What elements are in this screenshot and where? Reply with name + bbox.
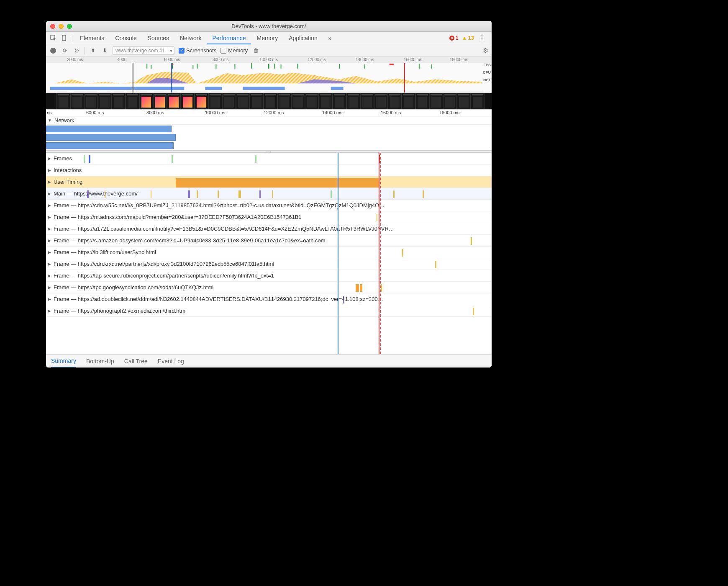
download-icon[interactable]: ⬇ xyxy=(101,47,108,54)
svg-rect-9 xyxy=(251,63,252,69)
frame-row[interactable]: ▶Frame — https://tpc.googlesyndication.c… xyxy=(46,282,492,293)
tab-bottom-up[interactable]: Bottom-Up xyxy=(86,358,114,365)
flame-chart[interactable]: ▶Frames ▶Interactions ▶User Timing ▶Main… xyxy=(46,153,492,354)
marker-blue xyxy=(338,153,338,354)
svg-rect-7 xyxy=(215,64,216,69)
network-bars[interactable] xyxy=(46,125,492,150)
overview-chart xyxy=(46,63,482,93)
overview-handle-left[interactable] xyxy=(132,63,134,93)
perf-toolbar: ⟳ ⊘ ⬆ ⬇ www.theverge.com #1 ✓Screenshots… xyxy=(46,44,492,57)
detail-ruler: ns 6000 ms 8000 ms 10000 ms 12000 ms 140… xyxy=(46,110,492,116)
tabs-more[interactable]: » xyxy=(323,32,337,44)
device-toggle-icon[interactable] xyxy=(59,33,69,43)
frame-row[interactable]: ▶Frame — https://ib.3lift.com/userSync.h… xyxy=(46,247,492,258)
svg-rect-12 xyxy=(281,64,282,69)
frame-row[interactable]: ▶Frame — https://s.amazon-adsystem.com/e… xyxy=(46,235,492,247)
frame-row[interactable]: ▶Frame — https://cdn.krxd.net/partnerjs/… xyxy=(46,258,492,270)
titlebar: DevTools - www.theverge.com/ xyxy=(46,21,492,32)
svg-rect-25 xyxy=(243,87,285,90)
bottom-tabs: Summary Bottom-Up Call Tree Event Log xyxy=(46,354,492,368)
filmstrip[interactable] xyxy=(46,93,492,110)
svg-rect-15 xyxy=(364,64,365,69)
network-section: ▼Network xyxy=(46,116,492,150)
tab-event-log[interactable]: Event Log xyxy=(158,358,184,365)
svg-rect-2 xyxy=(146,64,147,69)
svg-rect-14 xyxy=(339,64,340,69)
svg-rect-20 xyxy=(392,64,394,65)
overview-ruler: 2000 ms 4000 6000 ms 8000 ms 10000 ms 12… xyxy=(46,57,492,63)
frame-row[interactable]: ▶Frame — https://ad.doubleclick.net/ddm/… xyxy=(46,293,492,305)
maximize-icon[interactable] xyxy=(67,24,72,29)
svg-rect-10 xyxy=(268,64,269,69)
tab-elements[interactable]: Elements xyxy=(75,32,109,44)
svg-rect-26 xyxy=(331,87,343,90)
trash-icon[interactable]: 🗑 xyxy=(252,47,259,54)
reload-icon[interactable]: ⟳ xyxy=(61,47,69,54)
main-row[interactable]: ▶Main — https://www.theverge.com/ xyxy=(46,188,492,200)
tab-performance[interactable]: Performance xyxy=(207,32,251,44)
tab-console[interactable]: Console xyxy=(110,32,141,44)
frame-row[interactable]: ▶Frame — https://tap-secure.rubiconproje… xyxy=(46,270,492,282)
network-header[interactable]: ▼Network xyxy=(46,116,492,125)
interactions-row[interactable]: ▶Interactions xyxy=(46,164,492,176)
svg-rect-13 xyxy=(297,64,298,69)
clear-icon[interactable]: ⊘ xyxy=(73,47,80,54)
error-count[interactable]: ✕1 xyxy=(449,35,458,41)
svg-rect-5 xyxy=(192,65,193,69)
window-title: DevTools - www.theverge.com/ xyxy=(46,23,492,29)
svg-rect-8 xyxy=(234,64,235,69)
frame-row[interactable]: ▶Frame — https://phonograph2.voxmedia.co… xyxy=(46,305,492,317)
svg-rect-17 xyxy=(431,64,432,69)
marker-red xyxy=(379,153,379,354)
svg-rect-6 xyxy=(197,64,197,69)
disclosure-icon: ▼ xyxy=(48,118,52,123)
record-icon[interactable] xyxy=(49,47,57,54)
overview-right-labels: FPSCPUNET xyxy=(482,63,492,85)
tab-application[interactable]: Application xyxy=(284,32,323,44)
frame-row[interactable]: ▶Frame — https://cdn.w55c.net/i/s_0RB7U9… xyxy=(46,200,492,211)
devtools-tabs: Elements Console Sources Network Perform… xyxy=(46,32,492,44)
marker-red-dashed xyxy=(380,153,381,354)
tab-call-tree[interactable]: Call Tree xyxy=(124,358,148,365)
minimize-icon[interactable] xyxy=(59,24,64,29)
svg-rect-19 xyxy=(390,64,392,65)
frame-row[interactable]: ▶Frame — https://a1721.casalemedia.com/i… xyxy=(46,223,492,235)
inspect-icon[interactable] xyxy=(49,33,59,43)
svg-rect-23 xyxy=(50,87,184,90)
screenshots-checkbox[interactable]: ✓Screenshots xyxy=(179,47,216,54)
tab-memory[interactable]: Memory xyxy=(252,32,283,44)
frames-row[interactable]: ▶Frames xyxy=(46,153,492,164)
svg-rect-16 xyxy=(419,64,420,69)
kebab-menu-icon[interactable]: ⋮ xyxy=(475,33,489,43)
svg-rect-1 xyxy=(62,35,66,41)
overview-pane[interactable]: 2000 ms 4000 6000 ms 8000 ms 10000 ms 12… xyxy=(46,57,492,93)
upload-icon[interactable]: ⬆ xyxy=(89,47,97,54)
tab-network[interactable]: Network xyxy=(175,32,206,44)
settings-gear-icon[interactable]: ⚙ xyxy=(483,47,488,54)
svg-rect-24 xyxy=(205,87,222,90)
close-icon[interactable] xyxy=(50,24,55,29)
frame-row[interactable]: ▶Frame — https://m.adnxs.com/mapuid?memb… xyxy=(46,211,492,223)
tab-summary[interactable]: Summary xyxy=(51,355,76,368)
tab-sources[interactable]: Sources xyxy=(143,32,174,44)
memory-checkbox[interactable]: Memory xyxy=(220,47,248,54)
svg-rect-11 xyxy=(274,64,275,69)
user-timing-row[interactable]: ▶User Timing xyxy=(46,176,492,188)
devtools-window: DevTools - www.theverge.com/ Elements Co… xyxy=(46,21,492,368)
recording-select[interactable]: www.theverge.com #1 xyxy=(113,46,174,55)
traffic-lights xyxy=(46,24,72,29)
svg-rect-3 xyxy=(151,65,151,69)
warning-count[interactable]: ▲13 xyxy=(462,35,474,41)
